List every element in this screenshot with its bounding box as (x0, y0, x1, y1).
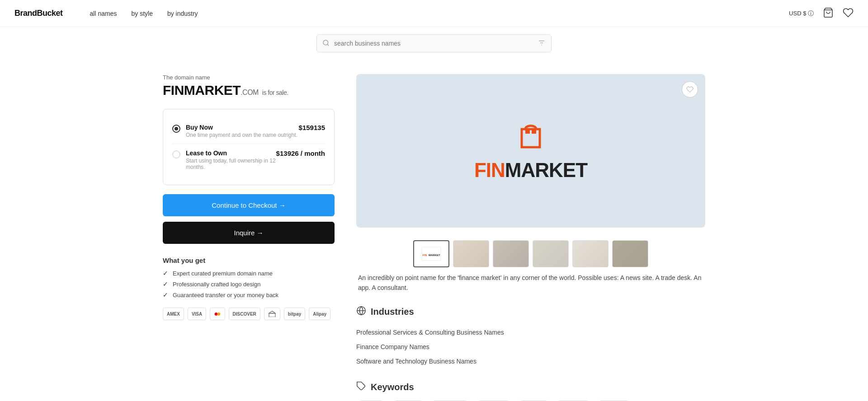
svg-text:FIN: FIN (423, 254, 427, 256)
lease-details: Lease to Own Start using today, full own… (186, 149, 276, 170)
check-icon-2: ✓ (163, 280, 168, 288)
thumbnail-2[interactable] (453, 240, 489, 267)
industries-title: Industries (371, 307, 414, 317)
svg-point-1 (323, 40, 328, 45)
currency-selector[interactable]: USD $ ⓘ (789, 9, 814, 18)
search-bar (316, 34, 552, 52)
nav-by-industry[interactable]: by industry (167, 10, 198, 17)
search-icon (322, 39, 330, 48)
lease-radio[interactable] (172, 150, 180, 159)
payment-discover: DISCOVER (229, 308, 260, 320)
nav-by-style[interactable]: by style (131, 10, 152, 17)
payment-bitpay: bitpay (284, 308, 305, 320)
buy-now-price: $159135 (299, 124, 325, 131)
lease-option[interactable]: Lease to Own Start using today, full own… (172, 144, 325, 176)
feature-list: ✓ Expert curated premium domain name ✓ P… (163, 270, 335, 298)
filter-icon[interactable] (538, 39, 546, 48)
main-nav: all names by style by industry (90, 10, 198, 17)
main-content: The domain name FINMARKET.COM is for sal… (108, 60, 760, 401)
payment-visa: VISA (188, 308, 206, 320)
buy-now-radio[interactable] (172, 125, 180, 133)
industry-item-1[interactable]: Professional Services & Consulting Busin… (356, 325, 705, 340)
industry-item-2[interactable]: Finance Company Names (356, 340, 705, 354)
feature-label-3: Guaranteed transfer or your money back (173, 292, 278, 298)
payment-alipay: Alipay (309, 308, 330, 320)
what-you-get-title: What you get (163, 256, 335, 264)
cart-icon[interactable] (823, 7, 834, 19)
brand-description: An incredibly on point name for the 'fin… (356, 273, 705, 293)
thumbnail-row: FINMARKET (356, 235, 705, 273)
site-header: BrandBucket all names by style by indust… (0, 0, 868, 27)
thumbnail-6[interactable] (612, 240, 648, 267)
svg-line-2 (327, 44, 329, 46)
domain-tld: .COM (241, 89, 259, 96)
preview-wishlist-button[interactable] (682, 81, 698, 98)
domain-subtitle: The domain name (163, 74, 335, 81)
feature-label-2: Professionally crafted logo design (173, 281, 260, 288)
payment-amex: AMEX (163, 308, 184, 320)
keywords-section-title: Keywords (356, 381, 705, 393)
svg-rect-6 (269, 313, 275, 317)
domain-title: FINMARKET.COM is for sale. (163, 83, 335, 98)
brand-logo-display: FINMARKET (474, 120, 587, 182)
inquire-button[interactable]: Inquire → (163, 222, 335, 244)
what-you-get-section: What you get ✓ Expert curated premium do… (163, 256, 335, 298)
pricing-box: Buy Now One time payment and own the nam… (163, 109, 335, 185)
keywords-title: Keywords (371, 382, 414, 392)
check-icon-1: ✓ (163, 270, 168, 277)
buy-now-option[interactable]: Buy Now One time payment and own the nam… (172, 118, 325, 144)
thumbnail-3[interactable] (493, 240, 529, 267)
lease-price: $13926 / month (276, 149, 325, 157)
buy-now-label: Buy Now (186, 124, 299, 131)
brand-icon (513, 120, 549, 152)
right-panel: FINMARKET FINMARKET An incredibly on poi… (356, 74, 705, 401)
nav-all-names[interactable]: all names (90, 10, 117, 17)
left-panel: The domain name FINMARKET.COM is for sal… (163, 74, 335, 401)
checkout-button[interactable]: Continue to Checkout → (163, 194, 335, 216)
domain-sale-text: is for sale. (262, 89, 288, 96)
domain-name: FINMARKET (163, 83, 241, 98)
thumbnail-4[interactable] (533, 240, 569, 267)
search-container (0, 27, 868, 60)
brand-name: FINMARKET (474, 159, 587, 182)
svg-rect-8 (532, 130, 536, 134)
industries-section-title: Industries (356, 306, 705, 318)
feature-item-3: ✓ Guaranteed transfer or your money back (163, 291, 335, 298)
buy-now-desc: One time payment and own the name outrig… (186, 132, 299, 138)
industry-item-3[interactable]: Software and Technology Business Names (356, 354, 705, 368)
industry-list: Professional Services & Consulting Busin… (356, 325, 705, 368)
globe-icon (356, 306, 366, 318)
brand-name-part1: FIN (474, 159, 505, 181)
feature-item-2: ✓ Professionally crafted logo design (163, 280, 335, 288)
svg-text:MARKET: MARKET (429, 254, 440, 256)
buy-now-details: Buy Now One time payment and own the nam… (186, 124, 299, 138)
wishlist-icon[interactable] (843, 7, 854, 19)
svg-rect-7 (525, 130, 530, 134)
payment-bank (264, 308, 280, 320)
lease-label: Lease to Own (186, 149, 276, 157)
feature-item-1: ✓ Expert curated premium domain name (163, 270, 335, 277)
tag-icon (356, 381, 366, 393)
logo-preview: FINMARKET (356, 74, 705, 228)
payment-icons: AMEX VISA ●● DISCOVER bitpay Alipay (163, 308, 335, 320)
lease-desc: Start using today, full ownership in 12 … (186, 158, 276, 170)
site-logo[interactable]: BrandBucket (14, 9, 63, 18)
check-icon-3: ✓ (163, 291, 168, 298)
feature-label-1: Expert curated premium domain name (173, 270, 273, 277)
brand-name-part2: MARKET (505, 159, 587, 181)
thumbnail-5[interactable] (572, 240, 609, 267)
thumbnail-1[interactable]: FINMARKET (413, 240, 449, 267)
payment-mc: ●● (210, 308, 225, 320)
search-input[interactable] (334, 40, 533, 47)
